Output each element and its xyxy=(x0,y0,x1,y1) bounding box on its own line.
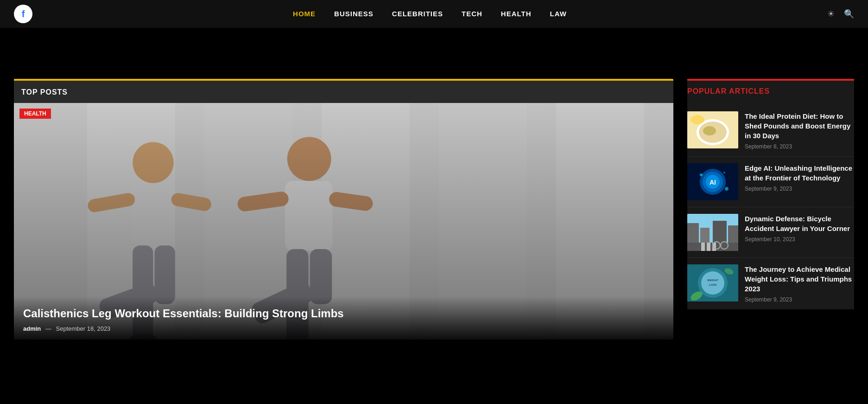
content-area: TOP POSTS xyxy=(14,79,673,340)
featured-overlay: Calisthenics Leg Workout Essentials: Bui… xyxy=(14,297,673,340)
main-wrapper: TOP POSTS xyxy=(0,70,868,349)
popular-articles-title: POPULAR ARTICLES xyxy=(687,87,854,96)
category-badge[interactable]: HEALTH xyxy=(19,109,51,119)
article-4-info: The Journey to Achieve Medical Weight Lo… xyxy=(745,264,854,303)
nav-item-health[interactable]: HEALTH xyxy=(501,10,532,18)
search-icon: 🔍 xyxy=(844,9,854,19)
featured-article[interactable]: HEALTH Calisthenics Leg Workout Essentia… xyxy=(14,103,673,340)
nav-item-business[interactable]: BUSINESS xyxy=(334,10,374,18)
nav-right-actions: ☀ 🔍 xyxy=(827,9,854,19)
article-2-title[interactable]: Edge AI: Unleashing Intelligence at the … xyxy=(745,163,854,183)
featured-article-title[interactable]: Calisthenics Leg Workout Essentials: Bui… xyxy=(23,306,664,321)
site-logo[interactable]: f xyxy=(14,5,32,23)
svg-rect-45 xyxy=(701,243,705,251)
nav-link-tech[interactable]: TECH xyxy=(462,10,482,18)
search-button[interactable]: 🔍 xyxy=(844,9,854,19)
svg-point-36 xyxy=(700,173,703,176)
popular-article-3[interactable]: Dynamic Defense: Bicycle Accident Lawyer… xyxy=(687,207,854,258)
theme-icon: ☀ xyxy=(827,9,835,19)
nav-item-law[interactable]: LAW xyxy=(550,10,567,18)
article-2-thumbnail: AI xyxy=(687,163,738,200)
nav-links: HOME BUSINESS CELEBRITIES TECH HEALTH LA… xyxy=(293,10,567,18)
article-1-thumbnail xyxy=(687,111,738,148)
svg-text:WEIGHT: WEIGHT xyxy=(707,279,718,282)
hero-banner xyxy=(0,28,868,70)
svg-point-27 xyxy=(703,126,716,135)
nav-link-law[interactable]: LAW xyxy=(550,10,567,18)
article-1-info: The Ideal Protein Diet: How to Shed Poun… xyxy=(745,111,854,150)
svg-rect-46 xyxy=(707,243,710,251)
article-2-info: Edge AI: Unleashing Intelligence at the … xyxy=(745,163,854,192)
nav-item-celebrities[interactable]: CELEBRITIES xyxy=(392,10,443,18)
meta-separator: — xyxy=(45,325,51,332)
sidebar: POPULAR ARTICLES xyxy=(687,79,854,340)
featured-article-meta: admin — September 18, 2023 xyxy=(23,325,664,332)
nav-link-health[interactable]: HEALTH xyxy=(501,10,532,18)
article-4-date: September 9, 2023 xyxy=(745,296,854,303)
featured-article-date: September 18, 2023 xyxy=(56,325,111,332)
article-3-date: September 10, 2023 xyxy=(745,236,854,243)
popular-articles-header: POPULAR ARTICLES xyxy=(687,79,854,100)
article-1-date: September 8, 2023 xyxy=(745,143,854,150)
article-4-title[interactable]: The Journey to Achieve Medical Weight Lo… xyxy=(745,264,854,294)
nav-link-celebrities[interactable]: CELEBRITIES xyxy=(392,10,443,18)
theme-toggle-button[interactable]: ☀ xyxy=(827,9,835,19)
popular-article-2[interactable]: AI Edge AI: Unleashing Intelligence at t… xyxy=(687,157,854,207)
nav-link-business[interactable]: BUSINESS xyxy=(334,10,374,18)
top-posts-title: TOP POSTS xyxy=(14,88,673,103)
nav-item-tech[interactable]: TECH xyxy=(462,10,482,18)
svg-text:LOSS: LOSS xyxy=(709,283,716,286)
featured-article-author: admin xyxy=(23,325,41,332)
nav-link-home[interactable]: HOME xyxy=(293,10,316,18)
popular-article-4[interactable]: WEIGHT LOSS The Journey to Achieve Medic… xyxy=(687,258,854,309)
article-3-thumbnail xyxy=(687,214,738,251)
article-2-date: September 9, 2023 xyxy=(745,186,854,192)
top-posts-section: TOP POSTS xyxy=(14,79,673,340)
svg-point-52 xyxy=(701,271,724,295)
svg-text:AI: AI xyxy=(710,179,716,186)
nav-item-home[interactable]: HOME xyxy=(293,10,316,18)
article-4-thumbnail: WEIGHT LOSS xyxy=(687,264,738,301)
popular-article-1[interactable]: The Ideal Protein Diet: How to Shed Poun… xyxy=(687,105,854,157)
svg-point-37 xyxy=(723,172,725,173)
article-3-title[interactable]: Dynamic Defense: Bicycle Accident Lawyer… xyxy=(745,214,854,233)
popular-articles-section: POPULAR ARTICLES xyxy=(687,79,854,309)
article-1-title[interactable]: The Ideal Protein Diet: How to Shed Poun… xyxy=(745,111,854,141)
svg-point-38 xyxy=(725,187,729,191)
main-navigation: f HOME BUSINESS CELEBRITIES TECH HEALTH … xyxy=(0,0,868,28)
article-3-info: Dynamic Defense: Bicycle Accident Lawyer… xyxy=(745,214,854,243)
svg-point-30 xyxy=(691,115,704,124)
